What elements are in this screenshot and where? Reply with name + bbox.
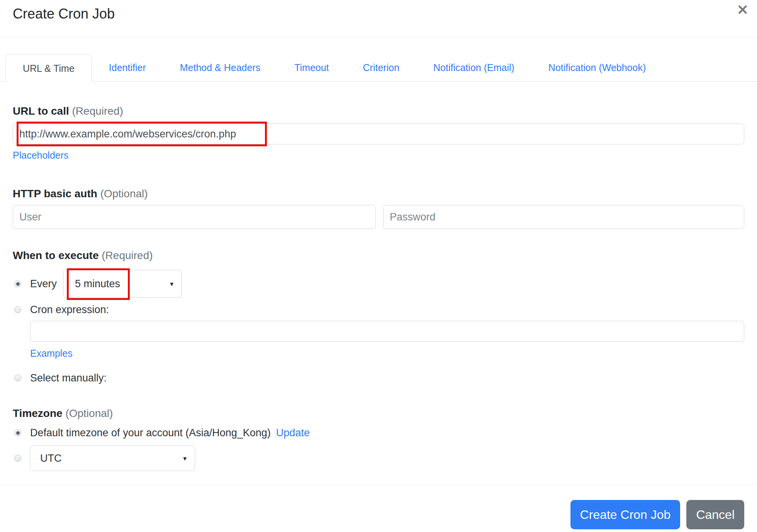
cron-label: Cron expression: (30, 304, 109, 316)
close-icon[interactable]: ✕ (734, 1, 752, 19)
dialog-header: Create Cron Job ✕ (0, 0, 757, 37)
dialog-footer: Create Cron Job Cancel (0, 484, 757, 529)
timezone-utc-row: UTC ▼ (14, 446, 744, 471)
tab-panel-url-time: URL to call (Required) Placeholders HTTP… (0, 105, 757, 471)
url-input[interactable] (13, 124, 744, 144)
timezone-default-label: Default timezone of your account (Asia/H… (30, 427, 271, 439)
auth-section-label: HTTP basic auth (Optional) (13, 187, 744, 200)
placeholders-link[interactable]: Placeholders (13, 150, 69, 161)
auth-optional-text: (Optional) (100, 188, 148, 200)
timezone-label-text: Timezone (13, 407, 63, 419)
tab-identifier[interactable]: Identifier (92, 54, 163, 81)
timezone-select-value: UTC (40, 452, 62, 464)
url-label-text: URL to call (13, 105, 69, 117)
timezone-section-label: Timezone (Optional) (13, 407, 744, 420)
manual-option-row: Select manually: (14, 371, 744, 385)
every-option-row: Every 5 minutes ▼ (14, 270, 744, 298)
cron-option-row: Cron expression: (14, 303, 744, 316)
timezone-utc-radio[interactable] (14, 455, 21, 462)
timezone-default-radio[interactable] (14, 429, 21, 436)
caret-down-icon: ▼ (169, 281, 175, 287)
manual-radio[interactable] (14, 374, 21, 381)
timezone-select[interactable]: UTC ▼ (30, 446, 195, 471)
schedule-section-label: When to execute (Required) (13, 249, 744, 262)
caret-down-icon: ▼ (182, 455, 188, 462)
cron-expression-input[interactable] (30, 321, 744, 342)
tab-timeout[interactable]: Timeout (277, 54, 346, 81)
auth-user-input[interactable] (13, 205, 376, 229)
timezone-default-row: Default timezone of your account (Asia/H… (14, 426, 744, 439)
timezone-optional-text: (Optional) (65, 407, 113, 419)
every-label: Every (30, 278, 57, 290)
manual-label: Select manually: (30, 372, 107, 384)
auth-label-text: HTTP basic auth (13, 188, 97, 200)
tab-notification-email[interactable]: Notification (Email) (416, 54, 531, 81)
cron-radio[interactable] (14, 306, 21, 313)
dialog-title: Create Cron Job (13, 5, 744, 22)
create-cron-job-button[interactable]: Create Cron Job (570, 500, 681, 529)
every-interval-value: 5 minutes (75, 278, 120, 290)
create-cron-job-dialog: Create Cron Job ✕ URL & Time Identifier … (0, 0, 757, 529)
schedule-label-text: When to execute (13, 249, 98, 261)
auth-password-input[interactable] (383, 205, 744, 229)
cancel-button[interactable]: Cancel (686, 500, 744, 529)
tab-criterion[interactable]: Criterion (346, 54, 416, 81)
url-input-wrap (13, 124, 744, 144)
examples-link[interactable]: Examples (30, 348, 73, 359)
tab-notification-webhook[interactable]: Notification (Webhook) (531, 54, 663, 81)
tab-method-headers[interactable]: Method & Headers (163, 54, 277, 81)
auth-inputs-row (13, 205, 744, 229)
url-required-text: (Required) (72, 105, 123, 117)
url-section-label: URL to call (Required) (13, 105, 744, 118)
timezone-update-link[interactable]: Update (276, 427, 310, 439)
tab-bar: URL & Time Identifier Method & Headers T… (0, 54, 757, 82)
every-interval-select[interactable]: 5 minutes ▼ (63, 270, 182, 298)
every-radio[interactable] (14, 280, 21, 287)
tab-url-time[interactable]: URL & Time (5, 54, 92, 82)
schedule-required-text: (Required) (102, 249, 153, 261)
